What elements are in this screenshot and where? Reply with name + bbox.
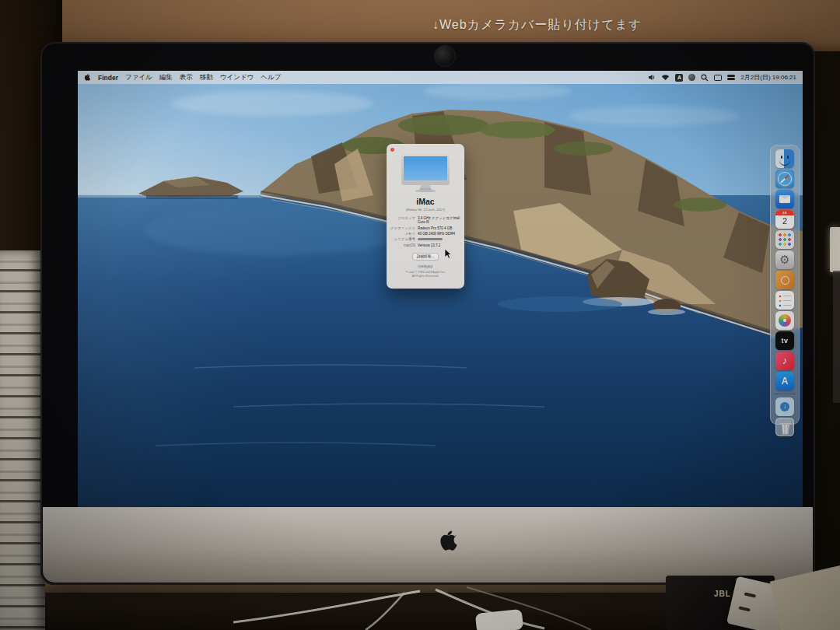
imac-computer: Finder ファイル 編集 表示 移動 ウインドウ ヘルプ A bbox=[40, 42, 815, 585]
dock-icon-finder[interactable] bbox=[775, 149, 794, 168]
dock-icon-launchpad[interactable] bbox=[775, 230, 794, 249]
menu-item-edit[interactable]: 編集 bbox=[159, 73, 173, 82]
apple-logo bbox=[439, 529, 459, 553]
dock-icon-safari[interactable] bbox=[775, 170, 794, 188]
imac-screen: Finder ファイル 編集 表示 移動 ウインドウ ヘルプ A bbox=[78, 71, 803, 507]
dock-icon-app-store[interactable]: A bbox=[775, 372, 794, 390]
download-arrow-icon: ↓ bbox=[775, 397, 794, 416]
about-footer: 法規制認証 ™ and © 1983-2023 Apple Inc. All R… bbox=[387, 264, 464, 279]
menu-item-window[interactable]: ウインドウ bbox=[220, 73, 254, 82]
wifi-icon[interactable] bbox=[661, 74, 670, 81]
spec-row-graphics: グラフィックス Radeon Pro 570 4 GB bbox=[387, 226, 464, 231]
speaker-brand-label: JBL bbox=[714, 590, 731, 598]
about-subtitle: (Retina 5K, 27-inch, 2017) bbox=[387, 208, 464, 212]
wall-caption-text: ↓Webカメラカバー貼り付けてます bbox=[432, 17, 642, 33]
menu-item-help[interactable]: ヘルプ bbox=[261, 73, 281, 82]
imac-chin bbox=[43, 507, 813, 583]
mouse-cursor bbox=[445, 249, 452, 259]
regulatory-link[interactable]: 法規制認証 bbox=[387, 264, 464, 269]
spotlight-icon[interactable] bbox=[701, 74, 709, 82]
menu-item-view[interactable]: 表示 bbox=[180, 73, 193, 82]
dock-icon-music[interactable]: ♪ bbox=[775, 352, 794, 370]
apple-menu-icon[interactable] bbox=[84, 73, 91, 82]
dock-icon-calendar[interactable]: 2月 2 bbox=[775, 210, 794, 229]
menu-item-finder[interactable]: Finder bbox=[98, 74, 118, 82]
tv-label: tv bbox=[781, 337, 788, 345]
catalina-island-wallpaper[interactable] bbox=[78, 71, 803, 507]
outlet-slot bbox=[744, 592, 757, 597]
serial-redacted-bar bbox=[418, 238, 443, 241]
spec-row-macos: macOS Ventura 13.7.2 bbox=[387, 243, 464, 248]
copyright-line2: All Rights Reserved. bbox=[387, 275, 464, 279]
app-store-glyph: A bbox=[782, 376, 789, 387]
menu-bar: Finder ファイル 編集 表示 移動 ウインドウ ヘルプ A bbox=[78, 71, 803, 84]
about-title: iMac bbox=[387, 197, 464, 206]
calendar-day-label: 2 bbox=[775, 215, 794, 227]
volume-icon[interactable] bbox=[648, 74, 656, 81]
menu-bar-clock[interactable]: 2月2日(日) 19:06:21 bbox=[740, 73, 796, 82]
screen-mirroring-icon[interactable] bbox=[714, 75, 722, 81]
spec-list: プロセッサ 3.4 GHz クアッドコアIntel Core i5 グラフィック… bbox=[387, 216, 464, 248]
dock-icon-books[interactable] bbox=[775, 271, 794, 289]
more-info-button[interactable]: 詳細情報... bbox=[412, 253, 439, 261]
calendar-month-label: 2月 bbox=[775, 210, 794, 215]
dock-icon-photos[interactable] bbox=[775, 311, 794, 330]
spec-row-processor: プロセッサ 3.4 GHz クアッドコアIntel Core i5 bbox=[387, 216, 464, 226]
menu-bar-status-area: A 2月2日(日) 19:06:21 bbox=[648, 73, 796, 82]
control-center-icon[interactable] bbox=[727, 74, 735, 81]
outlet-slot bbox=[738, 606, 751, 611]
spec-row-serial: シリアル番号 bbox=[387, 237, 464, 242]
ime-input-icon[interactable]: A bbox=[675, 74, 683, 82]
dock-icon-tv[interactable]: tv bbox=[775, 331, 794, 350]
window-close-button[interactable] bbox=[390, 148, 394, 152]
siri-icon[interactable] bbox=[688, 74, 695, 81]
striped-cloth bbox=[0, 250, 45, 630]
dock-icon-trash[interactable] bbox=[775, 418, 794, 436]
gear-icon: ⚙ bbox=[779, 253, 789, 266]
imac-product-image bbox=[401, 154, 450, 192]
dock-icon-system-settings[interactable]: ⚙ bbox=[775, 250, 794, 269]
dock-icon-mail[interactable] bbox=[775, 190, 794, 208]
photo-of-imac-desk: ↓Webカメラカバー貼り付けてます bbox=[0, 0, 840, 630]
monitor-side-shadow bbox=[833, 271, 840, 403]
spec-row-memory: メモリ 40 GB 2400 MHz DDR4 bbox=[387, 232, 464, 236]
dock-icon-reminders[interactable] bbox=[775, 291, 794, 310]
about-this-mac-window: iMac (Retina 5K, 27-inch, 2017) プロセッサ 3.… bbox=[387, 144, 464, 289]
dock: 2月 2 ⚙ tv ♪ A bbox=[770, 145, 800, 425]
music-note-icon: ♪ bbox=[782, 355, 788, 366]
menu-item-go[interactable]: 移動 bbox=[200, 73, 213, 82]
dock-separator bbox=[774, 394, 796, 394]
webcam-cover bbox=[434, 45, 456, 67]
menu-item-file[interactable]: ファイル bbox=[125, 73, 152, 82]
adjacent-monitor-edge bbox=[830, 227, 840, 272]
dock-icon-downloads[interactable]: ↓ bbox=[775, 397, 794, 416]
